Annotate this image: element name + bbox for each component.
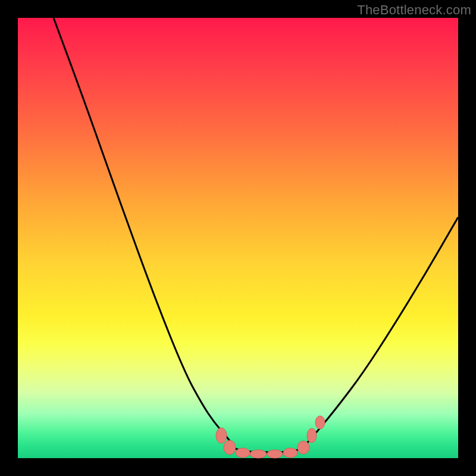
valley-dot: [216, 428, 227, 443]
valley-dot: [250, 450, 267, 458]
valley-dot: [298, 441, 309, 454]
valley-dots-group: [216, 416, 325, 458]
valley-dot: [267, 450, 283, 458]
chart-svg: [18, 18, 458, 458]
valley-dot: [236, 448, 250, 458]
valley-dot: [315, 416, 325, 429]
outer-frame: TheBottleneck.com: [0, 0, 476, 476]
valley-dot: [224, 440, 236, 455]
watermark-text: TheBottleneck.com: [357, 2, 471, 18]
curve-left-branch: [54, 18, 235, 449]
valley-dot: [283, 448, 298, 458]
valley-dot: [307, 428, 317, 443]
curve-right-branch: [302, 217, 458, 449]
